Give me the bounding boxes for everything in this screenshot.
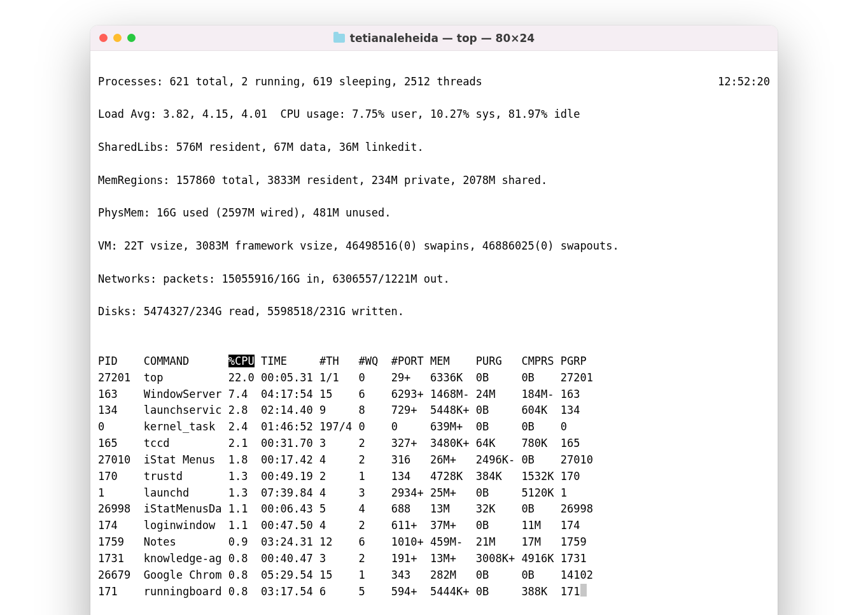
cell-pid: 165 <box>98 435 144 452</box>
cell-purg: 384K <box>476 469 522 485</box>
cell-mem: 5448K+ <box>430 402 476 419</box>
cell-pgrp: 14102 <box>561 567 599 584</box>
cell-command: knowledge-ag <box>144 551 228 567</box>
cell-pid: 1731 <box>98 551 144 567</box>
cell-pgrp: 1731 <box>561 551 599 567</box>
cell-purg: 0B <box>476 584 522 600</box>
cell-time: 00:40.47 <box>261 551 319 567</box>
summary-memregions: MemRegions: 157860 total, 3833M resident… <box>98 173 770 189</box>
cell-port: 729+ <box>391 402 430 419</box>
cell-cpu: 0.8 <box>228 584 261 600</box>
cell-command: loginwindow <box>144 518 228 534</box>
cell-mem: 639M+ <box>430 419 476 435</box>
cell-mem: 13M <box>430 501 476 518</box>
cell-cpu: 1.3 <box>228 485 261 502</box>
cell-command: tccd <box>144 435 228 452</box>
cell-port: 688 <box>391 501 430 518</box>
titlebar[interactable]: tetianaleheida — top — 80×24 <box>90 25 778 51</box>
cell-command: runningboard <box>144 584 228 600</box>
col-command[interactable]: COMMAND <box>144 353 228 370</box>
cell-pgrp: 26998 <box>561 501 599 518</box>
cell-purg: 0B <box>476 567 522 584</box>
cell-cpu: 1.1 <box>228 518 261 534</box>
col-pid[interactable]: PID <box>98 353 144 370</box>
cell-cpu: 1.1 <box>228 501 261 518</box>
cell-cpu: 2.4 <box>228 419 261 435</box>
cell-cmprs: 0B <box>521 419 560 435</box>
cell-purg: 3008K+ <box>476 551 522 567</box>
cell-pgrp: 171 <box>561 584 580 600</box>
col-mem[interactable]: MEM <box>430 353 476 370</box>
col-pgrp[interactable]: PGRP <box>561 353 599 370</box>
cell-port: 191+ <box>391 551 430 567</box>
cell-cpu: 1.3 <box>228 469 261 485</box>
process-row: 170 trustd 1.3 00:49.19 2 1 134 4728K 38… <box>98 469 770 485</box>
cell-cpu: 2.1 <box>228 435 261 452</box>
cell-mem: 3480K+ <box>430 435 476 452</box>
cell-time: 00:06.43 <box>261 501 319 518</box>
cell-wq: 0 <box>358 370 391 386</box>
cell-port: 134 <box>391 469 430 485</box>
cell-pgrp: 1 <box>561 485 599 502</box>
window-title: tetianaleheida — top — 80×24 <box>350 32 535 45</box>
cell-mem: 25M+ <box>430 485 476 502</box>
cell-th: 4 <box>319 485 358 502</box>
process-row: 134 launchservic 2.8 02:14.40 9 8 729+ 5… <box>98 402 770 419</box>
cell-purg: 0B <box>476 485 522 502</box>
traffic-lights <box>99 34 136 42</box>
process-table: PID COMMAND %CPU TIME #TH #WQ #PORT MEM … <box>98 353 770 600</box>
cell-pgrp: 0 <box>561 419 599 435</box>
cell-command: trustd <box>144 469 228 485</box>
cell-wq: 2 <box>358 551 391 567</box>
process-row: 174 loginwindow 1.1 00:47.50 4 2 611+ 37… <box>98 518 770 534</box>
cell-pid: 134 <box>98 402 144 419</box>
cell-purg: 0B <box>476 419 522 435</box>
cell-pid: 0 <box>98 419 144 435</box>
col-wq[interactable]: #WQ <box>358 353 391 370</box>
maximize-button[interactable] <box>127 34 136 42</box>
summary-processes: Processes: 621 total, 2 running, 619 sle… <box>98 74 482 90</box>
minimize-button[interactable] <box>113 34 122 42</box>
summary-sharedlibs: SharedLibs: 576M resident, 67M data, 36M… <box>98 139 770 156</box>
cell-command: launchservic <box>144 402 228 419</box>
cell-mem: 4728K <box>430 469 476 485</box>
cell-cmprs: 5120K <box>521 485 560 502</box>
col-time[interactable]: TIME <box>261 353 319 370</box>
cell-pid: 27201 <box>98 370 144 386</box>
terminal-output[interactable]: Processes: 621 total, 2 running, 619 sle… <box>90 51 778 615</box>
cell-cmprs: 0B <box>521 370 560 386</box>
close-button[interactable] <box>99 34 108 42</box>
cell-time: 02:14.40 <box>261 402 319 419</box>
cell-cpu: 0.8 <box>228 567 261 584</box>
col-purg[interactable]: PURG <box>476 353 522 370</box>
cell-command: Google Chrom <box>144 567 228 584</box>
cell-port: 343 <box>391 567 430 584</box>
cell-th: 15 <box>319 386 358 403</box>
col-th[interactable]: #TH <box>319 353 358 370</box>
col-cmprs[interactable]: CMPRS <box>521 353 560 370</box>
cell-cpu: 1.8 <box>228 452 261 469</box>
process-row: 165 tccd 2.1 00:31.70 3 2 327+ 3480K+ 64… <box>98 435 770 452</box>
cell-pgrp: 27010 <box>561 452 599 469</box>
cell-time: 01:46:52 <box>261 419 319 435</box>
cell-port: 1010+ <box>391 534 430 551</box>
cell-pgrp: 165 <box>561 435 599 452</box>
cell-mem: 5444K+ <box>430 584 476 600</box>
process-row: 0 kernel_task 2.4 01:46:52 197/4 0 0 639… <box>98 419 770 435</box>
process-row: 26679 Google Chrom 0.8 05:29.54 15 1 343… <box>98 567 770 584</box>
cell-command: WindowServer <box>144 386 228 403</box>
cell-port: 327+ <box>391 435 430 452</box>
process-row: 1731 knowledge-ag 0.8 00:40.47 3 2 191+ … <box>98 551 770 567</box>
cell-purg: 32K <box>476 501 522 518</box>
cell-cmprs: 17M <box>521 534 560 551</box>
cell-cmprs: 1532K <box>521 469 560 485</box>
col-cpu[interactable]: %CPU <box>228 353 261 370</box>
cursor <box>580 584 587 597</box>
cell-port: 2934+ <box>391 485 430 502</box>
cell-mem: 13M+ <box>430 551 476 567</box>
summary-time: 12:52:20 <box>718 74 770 90</box>
cell-port: 316 <box>391 452 430 469</box>
col-port[interactable]: #PORT <box>391 353 430 370</box>
cell-pid: 26679 <box>98 567 144 584</box>
cell-cmprs: 11M <box>521 518 560 534</box>
